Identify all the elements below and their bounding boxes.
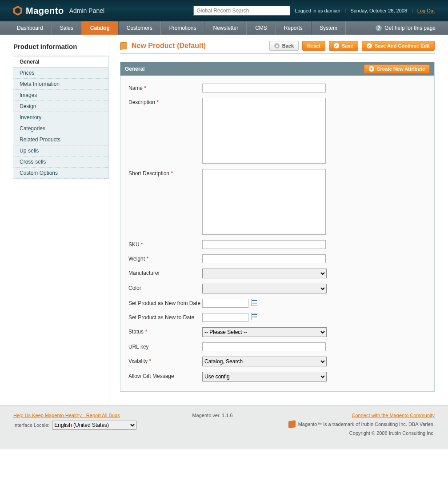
- footer: Help Us Keep Magento Healthy - Report Al…: [0, 405, 448, 449]
- reset-button[interactable]: Reset: [302, 41, 325, 51]
- logged-in-text: Logged in as damian: [295, 8, 340, 13]
- description-label: Description *: [128, 98, 202, 105]
- save-button[interactable]: ✓ Save: [329, 41, 358, 51]
- community-link[interactable]: Connect with the Magento Community: [352, 413, 435, 418]
- header-bar: Magento Admin Panel Logged in as damian …: [0, 0, 448, 21]
- locale-select[interactable]: English (United States): [52, 421, 136, 430]
- sidebar-item-design[interactable]: Design: [13, 101, 108, 112]
- check-icon: ✓: [367, 43, 372, 48]
- sidebar-item-categories[interactable]: Categories: [13, 123, 108, 134]
- product-cube-icon: [120, 42, 127, 50]
- report-bugs-link[interactable]: Help Us Keep Magento Healthy - Report Al…: [13, 413, 136, 418]
- help-icon: ?: [376, 25, 382, 31]
- check-icon: ✓: [334, 43, 339, 48]
- sidebar-item-related-products[interactable]: Related Products: [13, 134, 108, 145]
- brand-subtitle: Admin Panel: [69, 7, 104, 14]
- visibility-select[interactable]: Catalog, Search: [202, 357, 327, 366]
- sidebar-item-general[interactable]: General: [13, 56, 108, 68]
- new-from-field[interactable]: [202, 299, 248, 308]
- logo: Magento Admin Panel: [13, 6, 104, 16]
- nav-item-customers[interactable]: Customers: [118, 21, 161, 35]
- header-right: Logged in as damian | Sunday, October 26…: [193, 6, 435, 16]
- weight-field[interactable]: [202, 254, 326, 263]
- name-label: Name *: [128, 84, 202, 91]
- nav-item-newsletter[interactable]: Newsletter: [204, 21, 247, 35]
- save-continue-button[interactable]: ✓ Save And Continue Edit: [362, 41, 435, 51]
- new-to-label: Set Product as New to Date: [128, 313, 202, 321]
- weight-label: Weight *: [128, 254, 202, 262]
- nav-item-promotions[interactable]: Promotions: [161, 21, 205, 35]
- status-select[interactable]: -- Please Select --: [202, 327, 327, 337]
- sidebar: Product Information GeneralPricesMeta In…: [0, 35, 109, 405]
- back-arrow-icon: ◂: [274, 43, 280, 48]
- calendar-icon[interactable]: [251, 313, 258, 320]
- manufacturer-label: Manufacturer: [128, 269, 202, 276]
- sku-label: SKU *: [128, 240, 202, 248]
- locale-label: Interface Locale:: [13, 422, 49, 428]
- visibility-label: Visibility *: [128, 357, 202, 364]
- gift-select[interactable]: Use config: [202, 372, 327, 382]
- nav-item-catalog[interactable]: Catalog: [82, 21, 118, 35]
- sidebar-item-meta-information[interactable]: Meta Information: [13, 79, 108, 90]
- panel-title: General: [125, 66, 145, 72]
- brand-name: Magento: [26, 6, 64, 16]
- name-field[interactable]: [202, 84, 326, 92]
- sidebar-title: Product Information: [13, 43, 109, 50]
- sidebar-item-inventory[interactable]: Inventory: [13, 112, 108, 123]
- plus-icon: +: [369, 66, 374, 72]
- magento-logo-icon: [13, 6, 22, 16]
- sidebar-item-cross-sells[interactable]: Cross-sells: [13, 157, 108, 168]
- sidebar-item-up-sells[interactable]: Up-sells: [13, 145, 108, 157]
- new-from-label: Set Product as New from Date: [128, 299, 202, 306]
- short-description-label: Short Description *: [128, 169, 202, 177]
- nav-item-system[interactable]: System: [311, 21, 346, 35]
- new-to-field[interactable]: [202, 313, 248, 322]
- nav-help[interactable]: ?Get help for this page: [376, 21, 448, 35]
- version-text: Magento ver. 1.1.6: [192, 413, 232, 418]
- header-date: Sunday, October 26, 2008: [350, 8, 407, 13]
- calendar-icon[interactable]: [251, 299, 258, 306]
- create-attribute-button[interactable]: + Create New Attribute: [364, 64, 430, 73]
- url-key-field[interactable]: [202, 342, 326, 351]
- color-label: Color: [128, 284, 202, 291]
- main-content: New Product (Default) ◂ Back Reset ✓ Sav…: [109, 35, 448, 405]
- sidebar-item-prices[interactable]: Prices: [13, 68, 108, 79]
- manufacturer-select[interactable]: [202, 269, 327, 278]
- sidebar-list: GeneralPricesMeta InformationImagesDesig…: [13, 56, 109, 179]
- description-field[interactable]: [202, 98, 326, 164]
- color-select[interactable]: [202, 284, 327, 293]
- copyright-text: Copyright © 2008 Irubin Consulting Inc.: [349, 430, 435, 436]
- sidebar-item-custom-options[interactable]: Custom Options: [13, 168, 108, 179]
- nav-item-cms[interactable]: CMS: [247, 21, 276, 35]
- nav-item-reports[interactable]: Reports: [276, 21, 311, 35]
- url-key-label: URL key: [128, 342, 202, 350]
- logout-link[interactable]: Log Out: [417, 8, 435, 13]
- sidebar-item-images[interactable]: Images: [13, 90, 108, 101]
- nav-item-dashboard[interactable]: Dashboard: [9, 21, 52, 35]
- nav-item-sales[interactable]: Sales: [52, 21, 82, 35]
- trademark-text: Magento™ is a trademark of Irubin Consul…: [298, 422, 435, 427]
- page-title: New Product (Default): [132, 42, 206, 50]
- sku-field[interactable]: [202, 240, 326, 249]
- back-button[interactable]: ◂ Back: [269, 41, 299, 51]
- main-nav: DashboardSalesCatalogCustomersPromotions…: [0, 21, 448, 35]
- status-label: Status *: [128, 327, 202, 335]
- global-search-input[interactable]: [193, 6, 290, 16]
- magento-mini-logo-icon: [288, 420, 296, 428]
- short-description-field[interactable]: [202, 169, 326, 235]
- gift-label: Allow Gift Message: [128, 372, 202, 379]
- general-panel: General + Create New Attribute Name * De…: [120, 62, 435, 392]
